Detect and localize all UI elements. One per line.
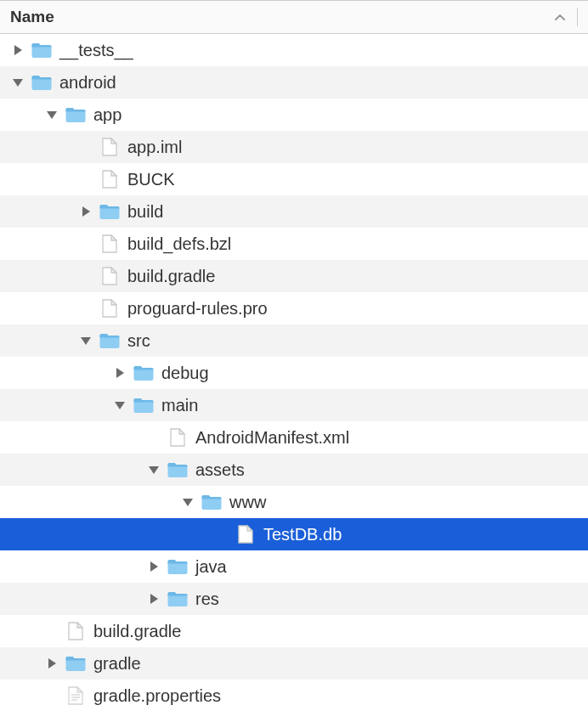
tree-item-label: TestDB.db xyxy=(263,525,342,544)
tree-row[interactable]: __tests__ xyxy=(0,34,588,66)
tree-row[interactable]: res xyxy=(0,583,588,615)
disclosure-open-icon[interactable] xyxy=(180,494,195,510)
disclosure-closed-icon[interactable] xyxy=(112,365,127,381)
tree-item-label: build_defs.bzl xyxy=(127,234,231,254)
tree-row[interactable]: android xyxy=(0,66,588,99)
folder-icon xyxy=(133,396,155,415)
file-icon xyxy=(235,525,257,544)
tree-row[interactable]: main xyxy=(0,389,588,421)
disclosure-closed-icon[interactable] xyxy=(146,591,161,606)
tree-item-label: android xyxy=(59,73,116,93)
disclosure-open-icon[interactable] xyxy=(112,398,127,413)
disclosure-open-icon[interactable] xyxy=(10,75,25,90)
tree-item-label: gradle.properties xyxy=(93,686,221,706)
tree-row[interactable]: build_defs.bzl xyxy=(0,228,588,260)
tree-item-label: AndroidManifest.xml xyxy=(195,428,349,448)
file-icon xyxy=(65,622,87,640)
disclosure-open-icon[interactable] xyxy=(146,462,161,477)
tree-item-label: BUCK xyxy=(127,170,175,189)
tree-row[interactable]: assets xyxy=(0,454,588,486)
disclosure-closed-icon[interactable] xyxy=(44,656,59,671)
tree-item-label: build.gradle xyxy=(127,267,215,286)
tree-row[interactable]: proguard-rules.pro xyxy=(0,292,588,324)
folder-icon xyxy=(99,202,121,221)
tree-item-label: debug xyxy=(161,364,209,383)
file-icon xyxy=(99,170,121,189)
tree-row[interactable]: app.iml xyxy=(0,131,588,163)
tree-row[interactable]: AndroidManifest.xml xyxy=(0,421,588,454)
folder-icon xyxy=(167,589,189,608)
tree-item-label: app xyxy=(93,105,122,125)
file-icon xyxy=(99,267,121,285)
folder-icon xyxy=(65,654,87,673)
tree-row[interactable]: build xyxy=(0,195,588,228)
tree-item-label: app.iml xyxy=(127,138,182,157)
tree-item-label: build xyxy=(127,202,163,222)
tree-row[interactable]: debug xyxy=(0,357,588,389)
tree-item-label: __tests__ xyxy=(59,41,133,60)
column-header[interactable]: Name xyxy=(0,0,588,34)
tree-item-label: src xyxy=(127,331,150,351)
tree-item-label: java xyxy=(195,557,227,577)
tree-item-label: proguard-rules.pro xyxy=(127,299,268,319)
tree-row[interactable]: build.gradle xyxy=(0,615,588,647)
folder-icon xyxy=(133,364,155,382)
file-tree: __tests__androidappapp.imlBUCKbuildbuild… xyxy=(0,34,588,712)
tree-row[interactable]: src xyxy=(0,324,588,357)
tree-row[interactable]: BUCK xyxy=(0,163,588,195)
folder-icon xyxy=(167,557,189,576)
file-icon xyxy=(99,234,121,253)
folder-icon xyxy=(31,41,53,59)
tree-item-label: main xyxy=(161,396,198,415)
tree-row[interactable]: www xyxy=(0,486,588,518)
tree-item-label: www xyxy=(229,493,266,512)
folder-icon xyxy=(167,460,189,479)
file-icon xyxy=(99,138,121,156)
sort-chevron-icon xyxy=(555,9,570,25)
tree-row[interactable]: build.gradle xyxy=(0,260,588,292)
disclosure-closed-icon[interactable] xyxy=(78,204,93,219)
tree-item-label: res xyxy=(195,589,219,609)
tree-item-label: gradle xyxy=(93,654,141,674)
file-icon xyxy=(167,428,189,447)
column-divider xyxy=(577,8,578,26)
disclosure-open-icon[interactable] xyxy=(44,107,59,122)
folder-icon xyxy=(31,73,53,92)
disclosure-closed-icon[interactable] xyxy=(10,42,25,58)
folder-icon xyxy=(65,105,87,124)
tree-row[interactable]: TestDB.db xyxy=(0,518,588,550)
tree-row[interactable]: gradle xyxy=(0,647,588,680)
tree-row[interactable]: java xyxy=(0,550,588,583)
tree-item-label: build.gradle xyxy=(93,622,181,641)
disclosure-closed-icon[interactable] xyxy=(146,559,161,574)
column-title: Name xyxy=(10,8,555,26)
tree-row[interactable]: app xyxy=(0,99,588,131)
tree-item-label: assets xyxy=(195,460,245,480)
disclosure-open-icon[interactable] xyxy=(78,333,93,348)
folder-icon xyxy=(99,331,121,350)
tree-row[interactable]: gradle.properties xyxy=(0,680,588,712)
file-icon xyxy=(99,299,121,318)
folder-icon xyxy=(201,493,223,511)
file-text-icon xyxy=(65,686,87,705)
